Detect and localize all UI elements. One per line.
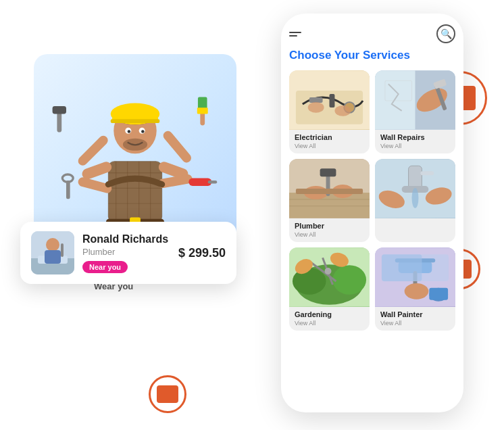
orange-square-small bbox=[157, 385, 178, 403]
search-icon[interactable]: 🔍 bbox=[436, 24, 455, 43]
menu-line-1 bbox=[289, 32, 301, 33]
faucet-deco bbox=[375, 159, 455, 218]
avatar-illustration bbox=[31, 231, 74, 274]
svg-rect-90 bbox=[382, 254, 422, 281]
svg-rect-49 bbox=[330, 94, 335, 108]
svg-rect-26 bbox=[53, 106, 66, 114]
avatar bbox=[31, 231, 74, 274]
svg-rect-68 bbox=[296, 189, 363, 194]
service-img-gardening bbox=[289, 247, 370, 307]
svg-point-43 bbox=[46, 238, 59, 252]
svg-rect-45 bbox=[61, 243, 64, 257]
services-title: Choose Your Services bbox=[289, 49, 455, 62]
service-card-wall-repairs[interactable]: Wall Repairs View All bbox=[375, 70, 455, 153]
service-card-plumber[interactable]: Plumber View All bbox=[289, 159, 370, 242]
svg-rect-28 bbox=[198, 97, 207, 109]
service-img-electrician bbox=[289, 70, 370, 130]
svg-rect-48 bbox=[309, 97, 323, 103]
svg-rect-29 bbox=[197, 108, 208, 114]
svg-point-82 bbox=[325, 268, 332, 274]
svg-point-91 bbox=[405, 283, 429, 300]
service-card-gardening[interactable]: Gardening View All bbox=[289, 247, 370, 331]
gardening-svg bbox=[289, 247, 370, 307]
wall-painter-deco bbox=[375, 247, 455, 307]
svg-point-72 bbox=[412, 188, 419, 208]
plumber-deco bbox=[289, 159, 370, 218]
profile-info: Ronald Richards Plumber Near you bbox=[82, 233, 170, 273]
wall-repairs-svg bbox=[375, 70, 455, 130]
circle-decorator-small bbox=[149, 375, 186, 413]
phone-topbar: 🔍 bbox=[289, 24, 455, 43]
faucet-view-all bbox=[375, 223, 455, 227]
service-card-electrician[interactable]: Electrician View All bbox=[289, 70, 370, 153]
plumber-label: Plumber bbox=[289, 218, 370, 231]
svg-point-51 bbox=[308, 102, 324, 113]
svg-rect-33 bbox=[208, 181, 218, 184]
wall-repairs-deco bbox=[375, 70, 455, 130]
service-img-plumber bbox=[289, 159, 370, 218]
svg-rect-30 bbox=[66, 181, 70, 199]
faucet-svg bbox=[375, 159, 455, 218]
wall-painter-label: Wall Painter bbox=[375, 307, 455, 320]
gardening-label: Gardening bbox=[289, 307, 370, 320]
right-phone: 🔍 Choose Your Services bbox=[281, 14, 463, 412]
svg-rect-13 bbox=[111, 119, 160, 123]
wall-repairs-view-all[interactable]: View All bbox=[375, 143, 455, 153]
service-grid: Electrician View All bbox=[289, 70, 455, 331]
svg-point-17 bbox=[141, 130, 145, 133]
svg-rect-70 bbox=[409, 166, 422, 189]
svg-rect-22 bbox=[161, 129, 193, 164]
svg-point-18 bbox=[123, 139, 147, 151]
menu-line-2 bbox=[289, 35, 297, 37]
faucet-label bbox=[375, 218, 455, 223]
electrician-svg bbox=[289, 70, 370, 130]
profile-name: Ronald Richards bbox=[82, 233, 170, 245]
svg-rect-61 bbox=[289, 193, 370, 218]
profile-role: Plumber bbox=[82, 247, 170, 257]
wall-painter-svg bbox=[375, 247, 455, 307]
svg-point-79 bbox=[332, 265, 366, 295]
service-img-faucet bbox=[375, 159, 455, 218]
svg-rect-93 bbox=[429, 288, 448, 300]
electrician-deco bbox=[289, 70, 370, 130]
service-card-wall-painter[interactable]: Wall Painter View All bbox=[375, 247, 455, 331]
service-img-wall-painter bbox=[375, 247, 455, 307]
svg-rect-73 bbox=[420, 171, 434, 175]
wall-painter-view-all[interactable]: View All bbox=[375, 320, 455, 331]
svg-rect-67 bbox=[320, 168, 336, 176]
profile-price: $ 299.50 bbox=[178, 246, 226, 260]
svg-point-16 bbox=[128, 130, 131, 133]
electrician-label: Electrician bbox=[289, 130, 370, 143]
svg-rect-44 bbox=[45, 250, 61, 264]
electrician-view-all[interactable]: View All bbox=[289, 143, 370, 153]
wall-repairs-label: Wall Repairs bbox=[375, 130, 455, 143]
left-section: Ronald Richards Plumber Near you $ 299.5… bbox=[14, 41, 243, 379]
gardening-deco bbox=[289, 247, 370, 307]
service-card-faucet[interactable] bbox=[375, 159, 455, 242]
profile-card: Ronald Richards Plumber Near you $ 299.5… bbox=[20, 222, 236, 284]
svg-point-52 bbox=[334, 105, 351, 116]
near-you-badge: Near you bbox=[82, 261, 128, 273]
plumber-svg bbox=[289, 159, 370, 218]
plumber-view-all[interactable]: View All bbox=[289, 231, 370, 242]
service-img-wall-repairs bbox=[375, 70, 455, 130]
phone-inner: 🔍 Choose Your Services bbox=[281, 14, 463, 412]
menu-icon[interactable] bbox=[289, 32, 301, 37]
gardening-view-all[interactable]: View All bbox=[289, 320, 370, 331]
